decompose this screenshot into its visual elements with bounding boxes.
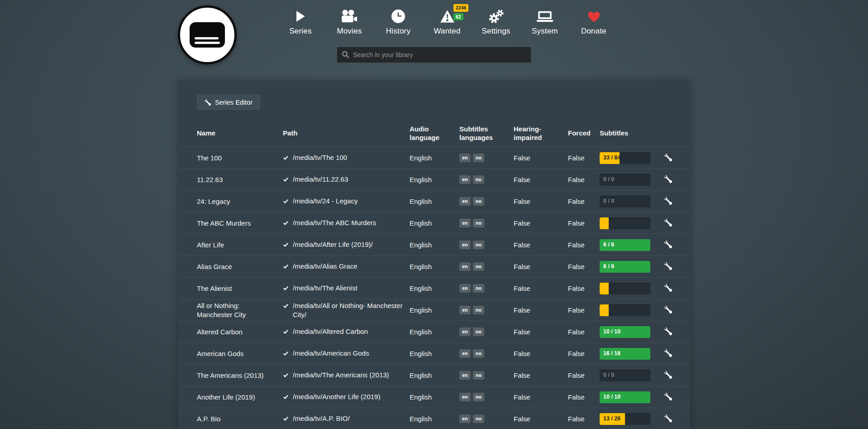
audio-language: English	[410, 262, 459, 271]
path-cell: /media/tv/The Alienist	[283, 284, 410, 294]
edit-series-button[interactable]	[663, 174, 673, 186]
check-icon	[283, 154, 289, 163]
search-icon	[342, 51, 349, 58]
language-badge: en	[459, 175, 471, 183]
language-badge: no	[473, 197, 484, 205]
actions-cell	[663, 348, 673, 360]
actions-cell	[663, 239, 673, 251]
language-badge: en	[459, 393, 471, 401]
forced-value: False	[568, 219, 600, 228]
edit-series-button[interactable]	[663, 413, 673, 425]
hearing-impaired-value: False	[514, 197, 568, 206]
path-cell: /media/tv/American Gods	[283, 349, 410, 359]
search-input[interactable]	[337, 47, 531, 63]
subtitle-languages: enno	[459, 219, 514, 227]
table-header-row: Name Path Audio language Subtitles langu…	[178, 121, 690, 147]
language-badge: no	[473, 393, 484, 401]
series-editor-button[interactable]: Series Editor	[197, 95, 260, 110]
series-name: 11.22.63	[197, 175, 283, 184]
check-icon	[283, 176, 289, 185]
hearing-impaired-value: False	[514, 262, 568, 271]
subtitles-progress: 6 / 6	[600, 261, 650, 273]
subtitle-languages: enno	[459, 415, 514, 423]
subtitles-cell: 10 / 10	[600, 391, 663, 403]
edit-series-button[interactable]	[663, 261, 673, 273]
series-path: /media/tv/Altered Carbon	[293, 327, 368, 336]
audio-language: English	[410, 371, 459, 380]
bazarr-logo[interactable]	[178, 5, 237, 64]
subtitles-progress: 16 / 16	[600, 348, 650, 360]
subtitles-progress-label: 0 / 0	[603, 196, 614, 207]
subtitles-cell: 6 / 6	[600, 261, 663, 273]
wrench-icon	[205, 99, 211, 106]
wrench-icon	[664, 175, 672, 184]
check-icon	[283, 415, 289, 424]
subtitle-languages: enno	[459, 306, 514, 314]
subtitles-progress: 10 / 10	[600, 326, 650, 338]
nav-label: Series	[289, 27, 311, 36]
series-table-body: The 100 /media/tv/The 100 English enno F…	[178, 147, 690, 429]
edit-series-button[interactable]	[663, 304, 673, 316]
forced-value: False	[568, 262, 600, 271]
nav-item-settings[interactable]: Settings	[476, 8, 516, 36]
actions-cell	[663, 326, 673, 338]
check-icon	[283, 241, 289, 250]
path-cell: /media/tv/A.P. BIO/	[283, 414, 410, 424]
subtitles-progress-label: 10 / 10	[603, 326, 620, 338]
header-hearing-impaired: Hearing-impaired	[514, 125, 568, 142]
wrench-icon	[664, 197, 672, 206]
actions-cell	[663, 261, 673, 273]
language-badge: en	[459, 349, 471, 357]
language-badge: no	[473, 349, 484, 357]
subtitles-progress-label: 0 / 0	[603, 174, 614, 186]
nav-item-history[interactable]: History	[378, 8, 418, 36]
nav-label: Wanted	[434, 27, 460, 36]
edit-series-button[interactable]	[663, 196, 673, 207]
hearing-impaired-value: False	[514, 306, 568, 315]
edit-series-button[interactable]	[663, 348, 673, 360]
language-badge: no	[473, 415, 484, 423]
audio-language: English	[410, 154, 459, 163]
table-row: All or Nothing: Manchester City /media/t…	[178, 299, 690, 321]
subtitle-languages: enno	[459, 197, 514, 205]
edit-series-button[interactable]	[663, 239, 673, 251]
nav-item-donate[interactable]: Donate	[574, 8, 614, 36]
actions-cell	[663, 370, 673, 381]
header-forced: Forced	[568, 129, 600, 138]
nav-item-series[interactable]: Series	[281, 8, 320, 36]
edit-series-button[interactable]	[663, 370, 673, 381]
audio-language: English	[410, 393, 459, 402]
header-audio-language: Audio language	[410, 125, 459, 142]
edit-series-button[interactable]	[663, 152, 673, 164]
series-name: All or Nothing: Manchester City	[197, 301, 283, 319]
check-icon	[283, 302, 289, 311]
hearing-impaired-value: False	[514, 284, 568, 293]
table-row: The ABC Murders /media/tv/The ABC Murder…	[178, 212, 690, 234]
table-row: The 100 /media/tv/The 100 English enno F…	[178, 147, 690, 169]
edit-series-button[interactable]	[663, 283, 673, 294]
nav-item-movies[interactable]: Movies	[329, 8, 369, 36]
actions-cell	[663, 217, 673, 229]
check-icon	[283, 350, 289, 359]
forced-value: False	[568, 154, 600, 163]
audio-language: English	[410, 349, 459, 358]
clock-icon	[391, 8, 405, 24]
subtitles-progress-label: 16 / 16	[603, 348, 620, 360]
forced-value: False	[568, 349, 600, 358]
edit-series-button[interactable]	[663, 217, 673, 229]
subtitle-languages: enno	[459, 175, 514, 183]
forced-value: False	[568, 306, 600, 315]
nav-item-system[interactable]: System	[525, 8, 565, 36]
subtitles-progress: 0 / 0	[600, 174, 650, 186]
language-badge: no	[473, 154, 484, 162]
edit-series-button[interactable]	[663, 391, 673, 403]
wrench-icon	[664, 371, 672, 380]
nav-item-wanted[interactable]: 2246 62 Wanted	[427, 8, 467, 36]
language-badge: en	[459, 197, 471, 205]
series-editor-label: Series Editor	[215, 99, 253, 106]
edit-series-button[interactable]	[663, 326, 673, 338]
subtitles-cell	[600, 283, 663, 294]
check-icon	[283, 219, 289, 228]
series-name: Alias Grace	[197, 262, 283, 271]
nav-label: Donate	[581, 27, 606, 36]
